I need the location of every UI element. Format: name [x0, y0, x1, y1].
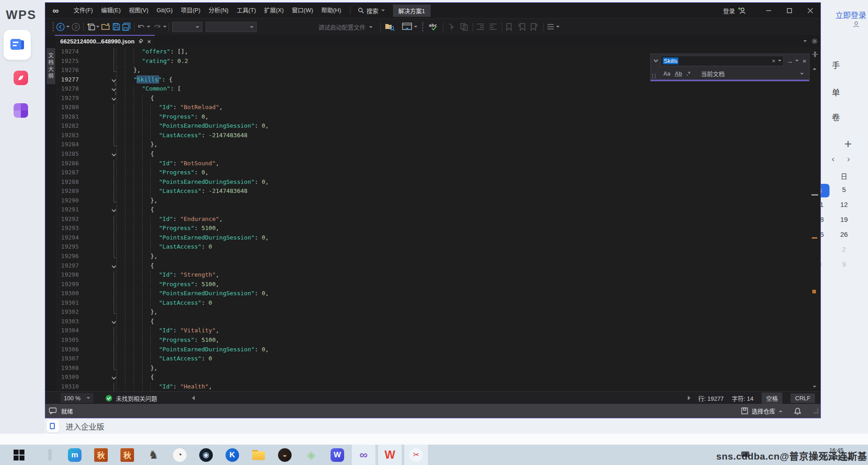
navigate-forward-button[interactable]: [72, 22, 80, 32]
gear-icon[interactable]: [811, 38, 818, 44]
find-clear-icon[interactable]: ×: [772, 58, 776, 64]
steam-taskbar-button[interactable]: ◉: [198, 445, 214, 465]
menu-item[interactable]: 窗口(W): [288, 3, 317, 18]
whole-word-toggle[interactable]: Ab: [675, 71, 682, 77]
scrollbar-thumb[interactable]: [811, 194, 818, 196]
regex-toggle[interactable]: .*: [686, 71, 690, 77]
visual-studio-taskbar-button[interactable]: ∞: [352, 445, 375, 465]
find-next-caret-icon[interactable]: [795, 60, 799, 62]
redo-caret-icon[interactable]: [163, 22, 167, 32]
tab-close-icon[interactable]: ×: [147, 38, 151, 45]
browser-home-button[interactable]: [402, 22, 412, 32]
fold-chevron-icon[interactable]: [110, 85, 118, 95]
save-button[interactable]: [112, 22, 120, 32]
navigate-back-button[interactable]: [56, 22, 65, 32]
document-outline-tab[interactable]: 文档大纲: [47, 48, 55, 84]
find-scope-dropdown[interactable]: 当前文档: [695, 69, 806, 78]
calendar-date[interactable]: 12: [837, 199, 851, 211]
sign-in-button[interactable]: 登录: [723, 6, 746, 15]
tab-json-document[interactable]: 66252124000...648990.json ×: [55, 35, 155, 47]
split-editor-icon[interactable]: [811, 51, 819, 58]
fold-chevron-icon[interactable]: [110, 374, 118, 383]
vs-search-control[interactable]: 搜索: [358, 6, 385, 15]
spaces-toggle[interactable]: 空格: [762, 393, 782, 404]
menu-item[interactable]: 编辑(E): [97, 3, 125, 18]
calendar-date[interactable]: 19: [837, 214, 851, 225]
w-notes-app-taskbar-button[interactable]: W: [330, 445, 345, 465]
menu-item[interactable]: 分析(N): [205, 3, 233, 18]
close-button[interactable]: [800, 3, 820, 18]
calendar-date[interactable]: 5: [837, 184, 851, 196]
fold-chevron-icon[interactable]: [110, 206, 118, 216]
navigate-back-caret-icon[interactable]: [66, 22, 70, 32]
menu-item[interactable]: 帮助(H): [317, 3, 345, 18]
qiu-reader-1-taskbar-button[interactable]: 秋: [93, 445, 109, 465]
feedback-icon[interactable]: [49, 407, 57, 414]
increase-indent-button[interactable]: [489, 22, 497, 32]
game-light-circle-taskbar-button[interactable]: ◔: [172, 445, 187, 465]
hscroll-left-icon[interactable]: [192, 396, 195, 400]
minimize-button[interactable]: [758, 3, 779, 18]
platform-dropdown[interactable]: [206, 22, 257, 32]
debug-profile-dropdown[interactable]: 调试启动配置文件: [318, 19, 373, 35]
wps-grid-app-button[interactable]: [14, 103, 28, 118]
start-button[interactable]: [14, 450, 24, 460]
enter-enterprise-row[interactable]: 进入企业版: [47, 418, 104, 434]
wps-avatar-icon[interactable]: [853, 21, 860, 28]
wps-docs-app-button[interactable]: [4, 30, 31, 60]
notifications-bell-icon[interactable]: [794, 407, 801, 415]
kugou-music-taskbar-button[interactable]: K: [225, 445, 240, 465]
maxthon-browser-taskbar-button[interactable]: m: [67, 445, 82, 465]
select-repository-button[interactable]: 选择仓库: [741, 407, 782, 415]
qiu-reader-2-taskbar-button[interactable]: 秋: [120, 445, 135, 465]
find-close-icon[interactable]: ×: [802, 58, 806, 64]
folder-search-button[interactable]: [385, 22, 395, 32]
calendar-prev-button[interactable]: ‹: [832, 154, 834, 164]
open-documents-caret-icon[interactable]: [803, 40, 807, 42]
undo-caret-icon[interactable]: [147, 22, 150, 32]
resize-grip[interactable]: [814, 409, 818, 413]
menu-item[interactable]: 工具(T): [233, 3, 260, 18]
match-case-toggle[interactable]: Aa: [663, 71, 670, 77]
browser-caret-icon[interactable]: [414, 22, 417, 32]
menu-item[interactable]: Git(G): [153, 3, 177, 18]
add-button[interactable]: +: [844, 137, 852, 151]
previous-bookmark-button[interactable]: [518, 22, 525, 32]
wps-office-taskbar-button[interactable]: W: [378, 445, 402, 465]
calendar-next-button[interactable]: ›: [847, 154, 850, 164]
login-now-link[interactable]: 立即登录: [835, 9, 866, 20]
calendar-date[interactable]: 26: [837, 229, 851, 240]
file-explorer-taskbar-button[interactable]: [251, 445, 266, 465]
menu-item[interactable]: 扩展(X): [260, 3, 288, 18]
find-history-caret-icon[interactable]: [778, 60, 782, 62]
fold-chevron-icon[interactable]: [110, 95, 118, 104]
fold-chevron-icon[interactable]: [110, 262, 118, 272]
game-dark-circle-taskbar-button[interactable]: ◒: [277, 445, 293, 465]
save-all-button[interactable]: [122, 22, 131, 32]
fold-chevron-icon[interactable]: [110, 76, 118, 86]
line-indicator[interactable]: 行: 19277: [698, 394, 724, 403]
scroll-down-icon[interactable]: [813, 386, 816, 388]
decrease-indent-button[interactable]: [476, 22, 484, 32]
new-file-caret-icon[interactable]: [96, 22, 100, 32]
calendar-date[interactable]: 2: [837, 244, 851, 255]
find-input[interactable]: Skills ×: [661, 56, 784, 66]
screenshot-tool-taskbar-button[interactable]: ✂: [404, 445, 428, 465]
calendar-date[interactable]: 9: [837, 259, 851, 270]
code-editor[interactable]: 19274"offers": [],19275"rating": 0.21927…: [56, 47, 810, 391]
menu-item[interactable]: 视图(V): [125, 3, 153, 18]
toolbar-grip[interactable]: [53, 22, 54, 31]
solution-badge[interactable]: 解决方案1: [393, 5, 431, 17]
find-expand-chevron-icon[interactable]: [654, 58, 658, 62]
warrior-game-taskbar-button[interactable]: ♞: [146, 445, 161, 465]
wps-flower-app-button[interactable]: [14, 71, 28, 85]
find-panel-grip[interactable]: [652, 74, 656, 78]
fold-chevron-icon[interactable]: [110, 150, 118, 160]
zoom-dropdown[interactable]: 100 %: [61, 393, 93, 403]
scroll-up-icon[interactable]: [813, 68, 816, 70]
editor-scrollbar[interactable]: [810, 47, 820, 391]
char-indicator[interactable]: 字符: 14: [732, 394, 753, 403]
green-pattern-app-taskbar-button[interactable]: ◈: [303, 445, 319, 465]
undo-button[interactable]: [137, 22, 145, 32]
spell-check-button[interactable]: abc: [428, 22, 439, 32]
